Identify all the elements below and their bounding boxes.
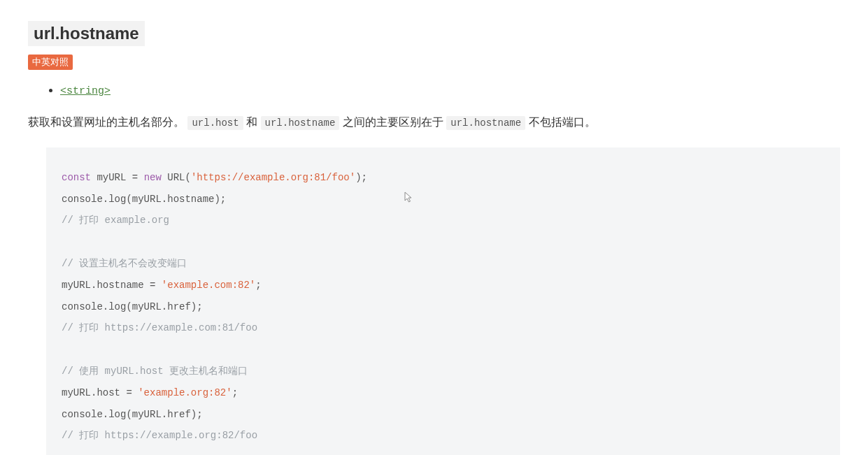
code-text: ; (255, 280, 261, 291)
code-text: URL( (162, 172, 191, 183)
desc-text: 之间的主要区别在于 (339, 116, 446, 128)
section-heading: url.hostname (28, 21, 145, 46)
desc-text: 和 (243, 116, 261, 128)
code-comment: // 使用 myURL.host 更改主机名和端口 (62, 366, 248, 377)
bilingual-badge[interactable]: 中英对照 (28, 55, 73, 70)
code-comment: // 打印 https://example.org:82/foo (62, 430, 257, 441)
code-keyword: new (144, 172, 162, 183)
code-string: 'example.com:82' (162, 280, 255, 291)
code-text: console.log(myURL.href); (62, 301, 203, 312)
code-string: 'https://example.org:81/foo' (191, 172, 355, 183)
code-comment: // 打印 https://example.com:81/foo (62, 322, 257, 333)
description-paragraph: 获取和设置网址的主机名部分。 url.host 和 url.hostname 之… (28, 113, 840, 132)
code-block: const myURL = new URL('https://example.o… (46, 147, 840, 455)
code-text: console.log(myURL.href); (62, 409, 203, 420)
code-comment: // 设置主机名不会改变端口 (62, 258, 187, 269)
code-text: console.log(myURL.hostname); (62, 194, 226, 205)
inline-code-url-host: url.host (187, 116, 243, 130)
code-string: 'example.org:82' (138, 387, 232, 398)
string-type-link[interactable]: <string> (60, 85, 111, 97)
type-list-item: <string> (60, 81, 840, 100)
code-text: ); (355, 172, 367, 183)
code-keyword: const (62, 172, 91, 183)
code-comment: // 打印 example.org (62, 215, 169, 226)
code-text: myURL.hostname = (62, 280, 162, 291)
code-text: ; (232, 387, 238, 398)
desc-text: 获取和设置网址的主机名部分。 (28, 116, 187, 128)
code-text: myURL.host = (62, 387, 138, 398)
inline-code-url-hostname: url.hostname (261, 116, 340, 130)
desc-text: 不包括端口。 (525, 116, 595, 128)
code-text: myURL = (91, 172, 144, 183)
inline-code-url-hostname-2: url.hostname (446, 116, 525, 130)
type-list: <string> (28, 81, 840, 100)
